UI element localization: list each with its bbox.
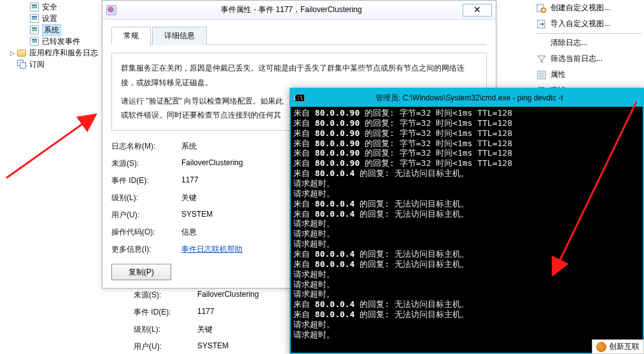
prop-key: 事件 ID(E):: [112, 307, 182, 318]
watermark: 创新互联: [592, 339, 644, 354]
tree-item-subscriptions[interactable]: 订阅: [0, 58, 108, 70]
prop-key: 级别(L):: [111, 193, 181, 203]
tree-item-security[interactable]: ▶ 安全: [0, 1, 108, 13]
folder-icon: [17, 48, 27, 57]
subscriptions-icon: [17, 60, 27, 69]
arrow-left: [6, 116, 94, 178]
action-import-custom-view[interactable]: 导入自定义视图...: [533, 16, 644, 32]
prop-key: 级别(L):: [112, 324, 182, 335]
dialog-titlebar[interactable]: 事件属性 - 事件 1177，FailoverClustering ✕: [102, 1, 496, 20]
cmd-output[interactable]: 来自 80.0.0.90 的回复: 字节=32 时间<1ms TTL=128 来…: [291, 107, 643, 353]
separator: [535, 33, 641, 34]
desc-line: 群集服务正在关闭，原因是仲裁已丢失。这可能是由于丢失了群集中某些节点或所有节点之…: [121, 61, 477, 90]
tab-general[interactable]: 常规: [111, 27, 151, 45]
tree-item-forwarded[interactable]: ▶ 已转发事件: [0, 36, 108, 47]
prop-value: SYSTEM: [181, 210, 213, 221]
tree-item-settings[interactable]: ▶ 设置: [0, 13, 108, 24]
action-filter-log[interactable]: 筛选当前日志...: [533, 51, 644, 67]
log-icon: [29, 3, 39, 11]
tab-strip: 常规 详细信息: [111, 26, 487, 45]
prop-value: FailoverClustering: [182, 290, 259, 301]
event-help-link[interactable]: 事件日志联机帮助: [181, 245, 242, 254]
tree-item-system[interactable]: ▶ 系统: [0, 24, 108, 36]
action-label: 清除日志...: [550, 37, 587, 48]
dialog-title: 事件属性 - 事件 1177，FailoverClustering: [120, 4, 463, 15]
close-button[interactable]: ✕: [463, 4, 492, 17]
cmd-window: C:\. 管理员: C:\Windows\System32\cmd.exe - …: [290, 88, 644, 354]
prop-key: 用户(U):: [111, 210, 181, 221]
watermark-text: 创新互联: [609, 341, 640, 352]
prop-key: 来源(S):: [111, 158, 181, 169]
dialog-icon: [106, 5, 116, 15]
tree-label: 设置: [42, 13, 57, 24]
prop-key: 事件 ID(E):: [111, 175, 181, 186]
log-icon: [29, 14, 39, 23]
prop-key: 更多信息(I):: [111, 244, 181, 255]
action-create-custom-view[interactable]: ✦ 创建自定义视图...: [533, 0, 644, 16]
log-icon: [29, 25, 39, 34]
tree-label: 已转发事件: [42, 36, 80, 47]
action-label: 属性: [550, 69, 566, 80]
prop-value: 1177: [181, 175, 199, 186]
svg-text:✦: ✦: [542, 8, 546, 13]
action-label: 创建自定义视图...: [550, 3, 610, 13]
prop-value: 1177: [182, 307, 214, 318]
properties-icon: [536, 70, 547, 80]
tab-details[interactable]: 详细信息: [152, 27, 207, 45]
import-view-icon: [536, 19, 547, 29]
log-icon: [29, 37, 39, 46]
clear-icon: [536, 38, 547, 48]
action-label: 导入自定义视图...: [550, 18, 610, 29]
prop-value: FailoverClustering: [181, 158, 243, 169]
action-label: 筛选当前日志...: [550, 53, 603, 64]
prop-key: 操作代码(O):: [111, 227, 181, 238]
left-tree: ▶ 安全 ▶ 设置 ▶ 系统 ▶ 已转发事件 ▷ 应用程序和服务日志 订阅: [0, 0, 108, 70]
tree-label: 系统: [42, 24, 61, 36]
copy-button[interactable]: 复制(P): [111, 264, 171, 280]
prop-value: SYSTEM: [182, 341, 228, 352]
create-view-icon: ✦: [536, 3, 547, 13]
cmd-titlebar[interactable]: C:\. 管理员: C:\Windows\System32\cmd.exe - …: [291, 89, 643, 107]
prop-value: 信息: [181, 227, 197, 238]
tree-item-appservlogs[interactable]: ▷ 应用程序和服务日志: [0, 47, 108, 58]
actions-pane: ✦ 创建自定义视图... 导入自定义视图... 清除日志... 筛选当前日志..…: [533, 0, 644, 99]
watermark-icon: [596, 342, 606, 352]
cmd-icon: C:\.: [295, 94, 305, 102]
action-properties[interactable]: 属性: [533, 67, 644, 83]
prop-key: 来源(S):: [112, 290, 182, 301]
cmd-title: 管理员: C:\Windows\System32\cmd.exe - ping …: [309, 93, 643, 104]
prop-key: 日志名称(M):: [111, 141, 181, 152]
prop-key: 用户(U):: [112, 341, 182, 352]
action-clear-log[interactable]: 清除日志...: [533, 35, 644, 51]
tree-label: 订阅: [29, 59, 45, 70]
expander-icon[interactable]: ▷: [9, 50, 17, 57]
prop-value: 关键: [181, 193, 197, 203]
tree-label: 应用程序和服务日志: [29, 48, 98, 58]
tree-label: 安全: [42, 2, 57, 13]
prop-value: 关键: [182, 324, 213, 335]
prop-value: 系统: [181, 141, 197, 152]
filter-icon: [536, 54, 547, 64]
